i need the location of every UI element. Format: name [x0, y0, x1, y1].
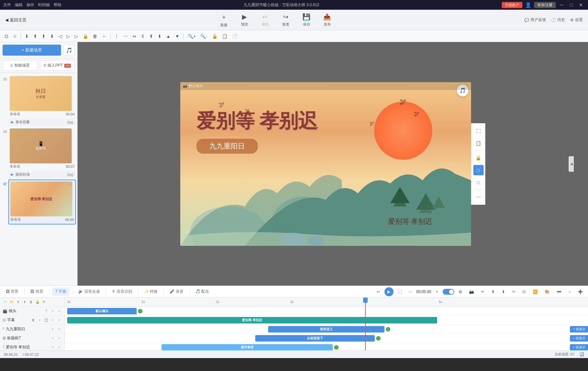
sec-align-bottom[interactable]: ⬇ [48, 32, 56, 40]
sec-zoom-in[interactable]: 🔍+ [186, 32, 198, 40]
tl-block-aibieting[interactable]: 逐字渐变 [162, 344, 333, 350]
tl-chongyang-dot1[interactable]: • [50, 327, 55, 332]
tab-record[interactable]: 🎤 录音 [166, 288, 186, 296]
music-button[interactable]: 🎵 [64, 45, 75, 56]
tl-trash-icon[interactable]: 🗑 [28, 300, 34, 305]
rs-lock-button[interactable]: 🔒 [473, 153, 484, 163]
rs-more-button[interactable]: ⋯ [473, 192, 484, 202]
tl-subtitle-dot2[interactable]: • [57, 318, 62, 323]
tl-camera-dot1[interactable]: • [50, 309, 55, 314]
menu-file[interactable]: 文件 [3, 2, 11, 8]
sec-download-icon[interactable]: ⬇ [23, 32, 31, 40]
tl-always-show-chongyang[interactable]: 一直显示 [570, 326, 588, 333]
sec-align-right[interactable]: ▷ [73, 32, 80, 40]
tl-add-btn[interactable]: ➕ [575, 289, 585, 295]
sec-copy[interactable]: 📋 [220, 32, 229, 40]
tl-block-subtitle[interactable]: 爱别等 孝别迟 [67, 317, 437, 323]
save-button[interactable]: 💾 保存 [300, 13, 313, 27]
close-button[interactable]: ✕ [577, 2, 585, 8]
menu-help[interactable]: 帮助 [54, 2, 61, 8]
tl-fit-btn[interactable]: ⊡ [520, 289, 528, 295]
tl-chongyang-dot2[interactable]: • [57, 327, 62, 332]
login-button[interactable]: 登录/注册 [534, 2, 556, 8]
tl-block-aibieting-dot[interactable] [334, 345, 339, 350]
publish-button[interactable]: 📤 发布 [321, 13, 334, 27]
rs-visibility-button[interactable]: □ [473, 165, 484, 175]
tl-align-top-icon[interactable]: ⬆ [16, 300, 21, 305]
tl-play-btn[interactable]: ▶ [384, 287, 394, 296]
sec-select-tool[interactable]: ⊡ [3, 32, 10, 40]
sec-align-tool[interactable]: ⊹ [11, 32, 19, 40]
menu-timeline[interactable]: 时间轴 [38, 2, 50, 8]
sec-align-center-v[interactable]: ⬆ [40, 32, 47, 40]
tl-subtitle-dot1[interactable]: • [50, 318, 55, 323]
tl-subtitle-copy-icon[interactable]: 📋 [44, 318, 49, 323]
tl-minus-btn[interactable]: ➖ [554, 289, 564, 295]
tab-tts[interactable]: 🔊 语音合成 [75, 288, 103, 296]
tl-split-btn[interactable]: ✂ [509, 289, 518, 295]
sec-zoom-out[interactable]: 🔍- [198, 32, 209, 40]
tl-align-bottom-icon[interactable]: ⬇ [22, 300, 27, 305]
transition-06[interactable]: ▶ 圆形转场 2(s) [8, 171, 76, 178]
maximize-button[interactable]: □ [568, 2, 574, 8]
tl-block-camera-dot[interactable] [138, 309, 142, 313]
tl-lock-icon[interactable]: 🔒 [35, 300, 40, 305]
rs-hidden-button[interactable]: □ [473, 177, 484, 188]
scene-status-icon[interactable]: 🔄 [580, 352, 584, 356]
new-scene-button[interactable]: + 新建场景 [3, 45, 61, 56]
sec-align-center-h[interactable]: ▷ [65, 32, 72, 40]
new-button[interactable]: ＋ 新建 [217, 13, 230, 27]
sec-align-top[interactable]: ⬆ [31, 32, 39, 40]
tl-always-show-aibieting[interactable]: 一直显示 [570, 344, 588, 350]
tl-playhead[interactable] [365, 298, 366, 350]
tl-zoom-in-btn[interactable]: + [433, 289, 441, 295]
tl-aibieting-dot1[interactable]: • [50, 345, 55, 350]
sec-distribute-v[interactable]: ⋯ [121, 32, 130, 40]
tl-camera-help-icon[interactable]: ? [44, 309, 49, 314]
rs-copy-button[interactable]: 📋 [473, 138, 484, 148]
tl-snap-btn[interactable]: ⊞ [456, 289, 465, 295]
sec-space-h[interactable]: ⇔ [131, 32, 138, 40]
scene-item-06[interactable]: 📱 场景06 未命名 00:07 [8, 127, 76, 171]
tl-expand-btn[interactable]: ⛶ [395, 289, 404, 295]
sidebar-collapse-handle[interactable]: ◀ [569, 156, 574, 172]
tl-block-chongyang[interactable]: 渐变进入 [268, 326, 384, 333]
sec-lock-2[interactable]: 🔒 [210, 32, 219, 40]
feedback-button[interactable]: 💬 用户反馈 [524, 17, 546, 23]
transition-05[interactable]: ▶ 幕布层叠 2(s) [8, 118, 76, 126]
tl-move-up-btn[interactable]: ⬆ [489, 289, 497, 295]
tab-fg[interactable]: 🖼 前景 [27, 288, 46, 296]
redo-button[interactable]: ↪ 恢复 [279, 13, 292, 27]
sec-paste[interactable]: 📄 [230, 32, 239, 40]
preview-button[interactable]: ▶ 预览 [238, 13, 251, 27]
tl-subtitle-add-icon[interactable]: + [37, 318, 42, 323]
menu-operate[interactable]: 操作 [26, 2, 34, 8]
scene-item-05[interactable]: 秋日 长辈图 未命名 00:04 [8, 75, 76, 118]
tl-move-down-btn[interactable]: ⬇ [499, 289, 508, 295]
tl-screenshot-btn[interactable]: 📷 [467, 289, 477, 295]
tl-eye-icon[interactable]: 👁 [41, 300, 47, 305]
upgrade-button[interactable]: 升级账户 [502, 2, 522, 8]
sec-order-up[interactable]: ⬆ [147, 32, 155, 40]
tab-subtitle[interactable]: T 字幕 [52, 288, 69, 296]
tl-zoom-out-btn[interactable]: ─ [406, 289, 415, 295]
tl-toggle-switch[interactable] [443, 289, 454, 295]
tl-titlebox-dot2[interactable]: • [57, 336, 62, 341]
sec-order-front[interactable]: ▲ [164, 32, 173, 40]
tl-always-show-titlebox[interactable]: 一直显示 [570, 335, 588, 342]
tl-block-titlebox-dot[interactable] [376, 336, 381, 341]
scene-item-07[interactable]: 爱别等 孝别迟 ▷ 未命名 00:05 [8, 180, 76, 224]
insert-ppt-button[interactable]: P 插入PPT VIP [40, 60, 75, 71]
sec-flip-h[interactable]: ↔ [100, 32, 108, 40]
tab-bg[interactable]: 🖼 背景 [3, 288, 22, 296]
back-home-button[interactable]: ◀ 返回主页 [5, 17, 26, 23]
tl-edit-btn[interactable]: ✏ [478, 289, 487, 295]
rs-fullscreen-button[interactable]: ⛶ [473, 126, 484, 136]
tl-color-btn[interactable]: 🎨 [542, 289, 552, 295]
tl-folder-icon[interactable]: 📁 [9, 300, 14, 305]
undo-button[interactable]: ↩ 撤销 [259, 13, 272, 27]
tl-titlebox-dot1[interactable]: • [50, 336, 55, 341]
tl-aibieting-dot2[interactable]: • [57, 345, 62, 350]
tl-subtitle-delete-icon[interactable]: 🗑 [31, 318, 36, 323]
sec-distribute-h[interactable]: ⋮ [112, 32, 121, 40]
